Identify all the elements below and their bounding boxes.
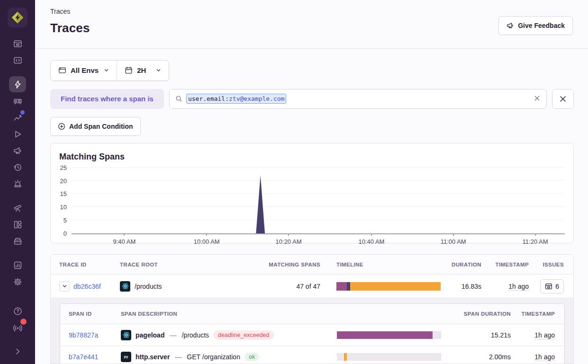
- breadcrumb[interactable]: Traces: [50, 8, 90, 15]
- col-span-description: SPAN DESCRIPTION: [121, 311, 337, 317]
- sidebar-item-settings[interactable]: [9, 274, 26, 290]
- sidebar-item-feedback[interactable]: [9, 142, 26, 159]
- give-feedback-label: Give Feedback: [518, 22, 565, 29]
- y-axis-tick-label: 0: [63, 230, 67, 237]
- chart-spike: [256, 176, 265, 233]
- trending-chart-icon: [13, 113, 22, 122]
- sidebar-item-explore[interactable]: [9, 52, 26, 68]
- broadcast-icon: [13, 323, 22, 332]
- span-timestamp[interactable]: 1h ago: [534, 353, 555, 361]
- y-axis-tick-label: 20: [60, 177, 67, 184]
- play-icon: [13, 130, 22, 139]
- clear-x-icon: [534, 95, 541, 102]
- span-description: /products: [181, 331, 209, 339]
- span-op: http.server: [136, 353, 170, 361]
- matching-spans-chart-panel: Matching Spans 05101520259:40 AM10:00 AM…: [50, 143, 574, 243]
- sidebar-item-stats[interactable]: [9, 257, 26, 273]
- megaphone-icon: [13, 146, 22, 155]
- col-duration: DURATION: [441, 262, 483, 267]
- collapse-trace-button[interactable]: [59, 281, 70, 292]
- sidebar-item-dashboards[interactable]: [9, 216, 26, 232]
- notification-dot: [20, 110, 25, 115]
- history-clock-icon: [13, 163, 22, 172]
- code-folder-icon: [13, 56, 22, 65]
- col-timeline: TIMELINE: [322, 262, 441, 267]
- span-row: b7a7e441 py http.server — GET /organizat…: [60, 346, 564, 364]
- clear-search-button[interactable]: [534, 95, 541, 103]
- projector-icon: [13, 97, 22, 106]
- trace-issues-count: 6: [555, 283, 559, 290]
- close-x-icon: [559, 95, 567, 103]
- span-search-input[interactable]: user.email:ztv@example.com: [169, 89, 547, 109]
- telescope-icon: [13, 204, 22, 213]
- time-range-label: 2H: [137, 66, 146, 74]
- megaphone-icon: [507, 22, 514, 29]
- sentry-logo[interactable]: [8, 8, 27, 27]
- col-span-duration: SPAN DURATION: [451, 311, 512, 317]
- span-duration: 15.21s: [451, 331, 512, 339]
- sidebar-item-replays[interactable]: [9, 126, 26, 142]
- give-feedback-button[interactable]: Give Feedback: [498, 16, 573, 35]
- span-id-link[interactable]: b7a7e441: [69, 353, 98, 361]
- trace-duration: 16.83s: [441, 283, 483, 290]
- x-axis-tick-label: 11:20 AM: [523, 238, 548, 245]
- notification-dot: [20, 319, 27, 325]
- sidebar-item-metrics[interactable]: [9, 109, 26, 125]
- span-timeline-bar: [337, 353, 441, 361]
- environment-filter[interactable]: All Envs: [51, 61, 117, 80]
- y-axis-tick-label: 10: [60, 204, 67, 211]
- span-timeline-bar: [337, 331, 441, 339]
- sidebar-item-insights[interactable]: [9, 93, 26, 109]
- add-span-condition-button[interactable]: Add Span Condition: [50, 117, 141, 136]
- span-row: 9b78827a pageload — /products deadline_e…: [60, 324, 564, 346]
- spans-table: SPAN ID SPAN DESCRIPTION SPAN DURATION T…: [60, 303, 565, 364]
- chart-title: Matching Spans: [51, 143, 573, 162]
- col-trace-id: TRACE ID: [51, 262, 120, 267]
- sidebar-item-issues[interactable]: [9, 36, 26, 52]
- lightning-bolt-icon: [13, 80, 22, 89]
- col-span-id: SPAN ID: [60, 311, 121, 317]
- react-platform-icon: [121, 330, 131, 340]
- page-title: Traces: [50, 21, 90, 36]
- gear-icon: [13, 277, 22, 286]
- trace-root-label: /products: [135, 283, 162, 290]
- inbox-icon: [13, 39, 22, 48]
- search-token[interactable]: user.email:ztv@example.com: [186, 94, 287, 104]
- span-op: pageload: [136, 331, 164, 339]
- span-id-link[interactable]: 9b78827a: [69, 331, 98, 339]
- sidebar-item-traces[interactable]: [9, 76, 26, 92]
- matching-spans-count: 47 of 47: [261, 283, 322, 290]
- sidebar-item-whats-new[interactable]: [9, 320, 26, 336]
- sidebar-item-help[interactable]: ?: [9, 303, 26, 319]
- plus-circle-icon: [58, 123, 65, 130]
- help-circle-icon: ?: [13, 307, 22, 316]
- y-axis-tick-label: 15: [60, 190, 67, 197]
- sidebar: ?: [0, 0, 35, 364]
- time-range-filter[interactable]: 2H: [117, 61, 169, 80]
- main-content: Traces Traces Give Feedback All Envs 2H …: [35, 0, 588, 364]
- search-icon: [175, 95, 182, 102]
- span-timestamp[interactable]: 1h ago: [534, 331, 555, 339]
- sidebar-nav: [9, 27, 26, 290]
- sidebar-item-releases[interactable]: [9, 233, 26, 249]
- x-axis-tick-label: 10:20 AM: [276, 238, 302, 245]
- sidebar-item-discover[interactable]: [9, 200, 26, 216]
- matching-spans-chart: 05101520259:40 AM10:00 AM10:20 AM10:40 A…: [72, 168, 565, 234]
- sidebar-collapse-button[interactable]: [9, 343, 26, 359]
- page-header: Traces Traces Give Feedback: [35, 0, 588, 49]
- x-axis-tick-label: 10:40 AM: [358, 238, 384, 245]
- trace-timestamp[interactable]: 1h ago: [508, 283, 529, 291]
- inbox-icon: [545, 283, 552, 290]
- chevron-down-icon: [62, 284, 67, 289]
- remove-condition-button[interactable]: [552, 89, 574, 109]
- traces-table-header: TRACE ID TRACE ROOT MATCHING SPANS TIMEL…: [51, 255, 573, 275]
- trace-id-link[interactable]: db26c36f: [73, 283, 101, 290]
- x-axis-tick-label: 11:00 AM: [441, 238, 466, 245]
- chevron-down-icon: [104, 68, 109, 73]
- col-timestamp: TIMESTAMP: [483, 262, 531, 267]
- x-axis-tick-label: 10:00 AM: [194, 238, 220, 245]
- trace-issues-button[interactable]: 6: [540, 279, 564, 293]
- sidebar-item-crons[interactable]: [9, 159, 26, 175]
- svg-text:?: ?: [16, 308, 19, 313]
- sidebar-item-alerts[interactable]: [9, 176, 26, 192]
